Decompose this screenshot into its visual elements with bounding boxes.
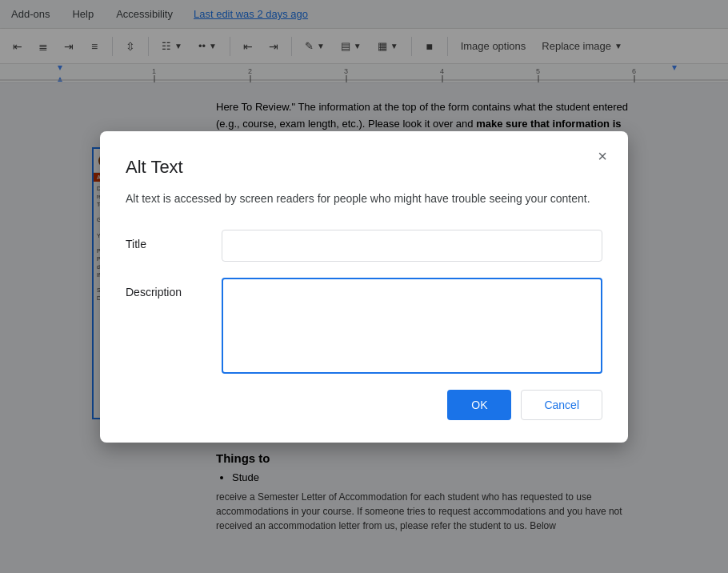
title-field-row: Title: [126, 230, 602, 262]
description-textarea[interactable]: [222, 278, 602, 374]
modal-overlay: × Alt Text Alt text is accessed by scree…: [0, 0, 728, 573]
description-label: Description: [126, 278, 222, 299]
description-field-row: Description: [126, 278, 602, 374]
modal-description-text: Alt text is accessed by screen readers f…: [126, 190, 602, 207]
ok-button[interactable]: OK: [447, 390, 511, 420]
cancel-button[interactable]: Cancel: [521, 390, 602, 420]
modal-title: Alt Text: [126, 157, 602, 178]
title-input[interactable]: [222, 230, 602, 262]
modal-close-button[interactable]: ×: [590, 144, 615, 170]
modal-actions: OK Cancel: [126, 390, 602, 420]
alt-text-modal: × Alt Text Alt text is accessed by scree…: [100, 131, 628, 443]
title-label: Title: [126, 230, 222, 250]
